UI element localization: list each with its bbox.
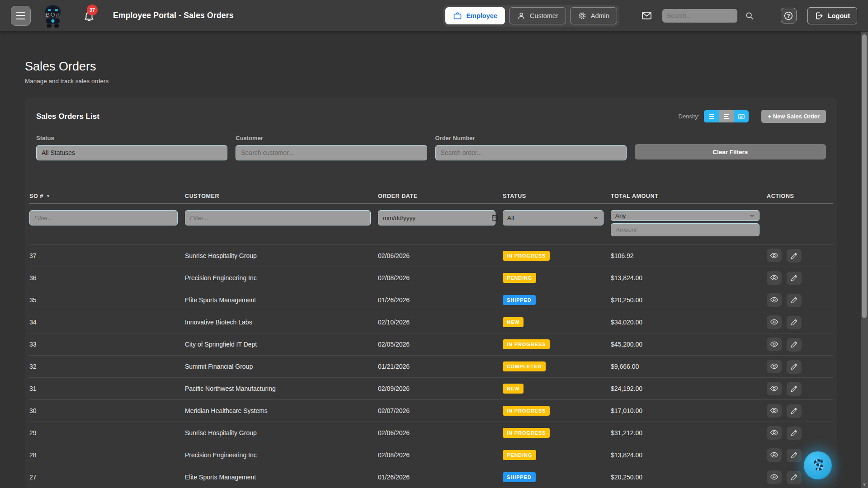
density-card-button[interactable] [734,110,749,122]
eye-icon [770,428,778,437]
status-badge: NEW [503,317,524,327]
order-date-cell: 02/10/2026 [378,319,503,326]
view-order-button[interactable] [767,404,782,418]
customer-cell: Sunrise Hospitality Group [185,252,378,259]
order-date-cell: 02/05/2026 [378,341,503,348]
actions-cell [767,426,833,440]
total-amount-cell: $45,200.00 [611,341,767,348]
so-number-cell: 37 [29,252,185,259]
order-date-cell: 02/08/2026 [378,451,503,459]
logout-button[interactable]: Logout [807,7,857,24]
table-row: 31Pacific Northwest Manufacturing02/09/2… [29,377,833,399]
view-order-button[interactable] [767,249,782,262]
clear-filters-button[interactable]: Clear Filters [635,144,826,160]
density-compact-button[interactable] [704,110,719,122]
density-normal-button[interactable] [719,110,734,122]
total-amount-cell: $34,020.00 [611,319,767,326]
scrollbar-thumb[interactable] [862,34,867,318]
list-compact-icon [708,113,715,120]
column-header-status[interactable]: STATUS [503,193,611,199]
eye-icon [770,273,778,282]
help-button[interactable]: ? [781,8,797,23]
view-order-button[interactable] [767,360,782,373]
edit-order-button[interactable] [787,316,802,329]
customer-cell: Sunrise Hospitality Group [185,429,378,436]
status-badge: IN PROGRESS [503,406,550,416]
column-header-total-amount[interactable]: TOTAL AMOUNT [611,193,767,199]
amount-column-filter-input[interactable] [611,223,760,236]
order-date-filter-input[interactable] [378,210,495,225]
edit-order-button[interactable] [787,404,802,418]
tab-employee[interactable]: Employee [445,7,505,24]
view-order-button[interactable] [767,448,782,462]
view-order-button[interactable] [767,426,782,440]
column-header-order-date[interactable]: ORDER DATE [378,193,503,199]
density-label: Density: [679,113,700,120]
menu-button[interactable] [11,6,31,26]
edit-order-button[interactable] [787,272,802,285]
app-logo: BOA [40,3,66,29]
eye-icon [770,450,778,459]
edit-order-button[interactable] [787,427,802,440]
customer-column-filter-input[interactable] [185,210,371,225]
status-filter-select[interactable]: All Statuses [36,145,227,160]
search-icon[interactable] [745,11,755,21]
tab-customer[interactable]: Customer [509,7,566,24]
status-cell: NEW [503,317,611,327]
so-number-cell: 30 [29,407,185,414]
edit-order-button[interactable] [787,338,802,352]
amount-operator-select[interactable]: Any [611,210,760,221]
global-search-input[interactable] [662,9,737,23]
table-row: 34Innovative Biotech Labs02/10/2026NEW$3… [29,311,833,333]
pencil-icon [790,363,798,371]
status-badge: SHIPPED [503,295,536,305]
edit-order-button[interactable] [787,360,802,374]
customer-cell: Pacific Northwest Manufacturing [185,385,378,392]
order-number-filter-input[interactable] [435,145,627,160]
edit-order-button[interactable] [787,382,802,396]
status-cell: PENDING [503,450,611,460]
edit-order-button[interactable] [787,471,802,484]
status-column-filter-value: All [507,215,514,221]
main-content: Sales Orders Manage and track sales orde… [0,32,868,488]
view-order-button[interactable] [767,315,782,329]
vertical-scrollbar[interactable]: ▼ [861,32,868,488]
new-sales-order-button[interactable]: + New Sales Order [761,110,826,123]
so-column-filter-input[interactable] [29,210,178,225]
portal-switcher: Employee Customer Admin [443,5,619,27]
view-order-button[interactable] [767,382,782,395]
status-cell: NEW [503,384,611,394]
status-badge: IN PROGRESS [503,339,550,349]
scrollbar-down-icon[interactable]: ▼ [861,482,868,487]
so-number-cell: 35 [29,296,185,304]
view-order-button[interactable] [767,338,782,351]
total-amount-cell: $13,824.00 [611,274,767,282]
so-number-cell: 32 [29,363,185,370]
assistant-fab-button[interactable] [804,451,832,479]
customer-cell: Meridian Healthcare Systems [185,407,378,414]
notifications-button[interactable]: 37 [83,10,95,22]
view-order-button[interactable] [767,293,782,307]
mail-icon[interactable] [641,10,652,21]
status-cell: IN PROGRESS [503,406,611,416]
view-order-button[interactable] [767,271,782,285]
so-number-cell: 31 [29,385,185,392]
page-title: Sales Orders [25,60,837,74]
status-column-filter-select[interactable]: All [503,210,604,225]
view-order-button[interactable] [767,470,782,484]
customer-filter-input[interactable] [236,145,427,160]
pencil-icon [790,429,798,437]
status-filter-label: Status [36,135,227,141]
total-amount-cell: $17,010.00 [611,407,767,414]
edit-order-button[interactable] [787,449,802,462]
edit-order-button[interactable] [787,249,802,263]
edit-order-button[interactable] [787,294,802,307]
customer-cell: City of Springfield IT Dept [185,341,378,348]
tab-admin[interactable]: Admin [570,7,617,24]
sales-orders-table: SO # ▼ CUSTOMER ORDER DATE STATUS TOTAL … [29,188,833,488]
table-row: 30Meridian Healthcare Systems02/07/2026I… [29,399,833,422]
order-date-cell: 02/06/2026 [378,252,503,259]
column-header-so[interactable]: SO # ▼ [29,193,185,199]
column-header-customer[interactable]: CUSTOMER [185,193,378,199]
order-date-cell: 02/06/2026 [378,429,503,436]
